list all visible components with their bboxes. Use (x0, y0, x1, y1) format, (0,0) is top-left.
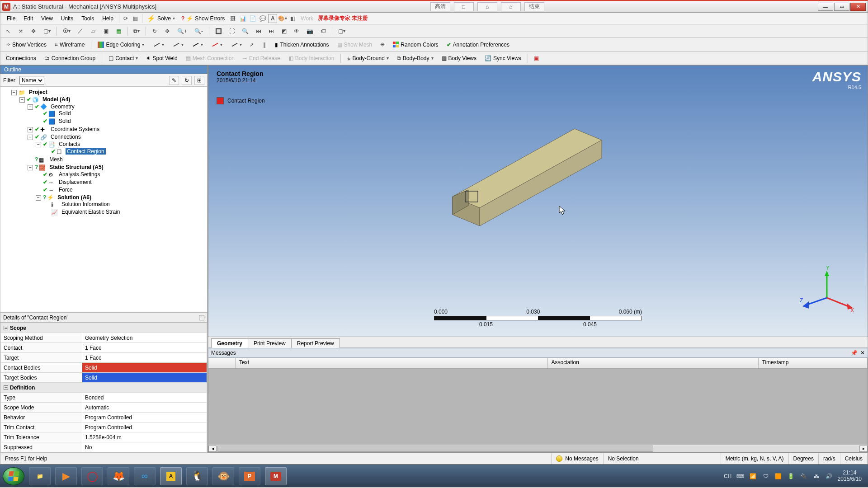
body-views-button[interactable]: ▥ Body Views (439, 53, 479, 63)
contact-button[interactable]: ◫ Contact (106, 53, 141, 63)
show-vertices-button[interactable]: ⁘ Show Vertices (3, 40, 49, 50)
tree-solution-info[interactable]: Solution Information (60, 201, 111, 207)
task-media-player[interactable]: ▶ (55, 467, 77, 485)
task-firefox[interactable]: 🦊 (108, 467, 129, 485)
tree-collapse-icon[interactable]: − (36, 142, 41, 147)
direction-arrow-icon[interactable]: ➚ (247, 40, 257, 50)
coordinate-triad[interactable]: Y X Z (800, 266, 854, 316)
connections-button[interactable]: Connections (3, 53, 39, 63)
tray-shield-icon[interactable]: 🛡 (762, 473, 770, 480)
task-emoji-app[interactable]: 🐵 (212, 467, 234, 485)
report-icon[interactable]: 📄 (248, 14, 257, 23)
tree-collapse-icon[interactable]: − (28, 135, 33, 140)
tree-project[interactable]: Project (28, 89, 49, 95)
show-errors-button[interactable]: ? ⚡ Show Errors (179, 14, 227, 23)
edge-style-1[interactable] (150, 40, 166, 50)
edge-filter-icon[interactable]: ／ (75, 26, 85, 36)
thicken-annotations-button[interactable]: ▮ Thicken Annotations (272, 40, 331, 50)
filter-clear-icon[interactable]: ✎ (169, 76, 179, 85)
menu-file[interactable]: File (3, 14, 19, 23)
extend-selection-icon[interactable]: ⧉ (131, 26, 142, 36)
select-adjacent-icon[interactable]: ⤧ (16, 26, 26, 36)
status-messages[interactable]: No Messages (552, 453, 603, 464)
tree-eq-elastic[interactable]: Equivalent Elastic Strain (60, 209, 121, 215)
tree-contact-region[interactable]: Contact Region (66, 148, 106, 155)
close-button[interactable]: ✕ (850, 3, 866, 11)
edge-style-3[interactable] (189, 40, 205, 50)
tree-coord[interactable]: Coordinate Systems (49, 126, 101, 132)
minimize-button[interactable]: — (818, 3, 833, 11)
body-ground-button[interactable]: ⏚ Body-Ground (344, 53, 391, 63)
prev-view-icon[interactable]: ⏮ (254, 26, 264, 36)
zoom-box-icon[interactable]: 🔲 (213, 26, 224, 36)
wb-icon[interactable]: ◧ (288, 14, 297, 23)
body-filter-icon[interactable]: ▣ (101, 26, 111, 36)
tree-collapse-icon[interactable]: − (36, 195, 41, 201)
details-group-scope[interactable]: Scope (10, 325, 26, 331)
tree-collapse-icon[interactable]: − (28, 104, 33, 110)
refresh-icon[interactable]: ⟳ (121, 14, 130, 23)
row-type-v[interactable]: Bonded (82, 393, 207, 403)
text-icon[interactable]: A (268, 14, 277, 23)
tray-keyboard-icon[interactable]: ⌨ (736, 473, 745, 480)
row-suppressed-v[interactable]: No (82, 442, 207, 452)
col-association[interactable]: Association (548, 358, 759, 368)
overlay-btn-hd[interactable]: 高清 (430, 2, 450, 11)
zoom-fit-icon[interactable]: ⛶ (227, 26, 237, 36)
messages-scrollbar[interactable]: ◂ ▸ (208, 444, 868, 452)
outline-tree[interactable]: −📁Project −✔🧊Model (A4) −✔🔷Geometry ✔🟦So… (0, 87, 208, 313)
tree-solid-2[interactable]: Solid (57, 118, 72, 124)
pin-icon[interactable] (199, 315, 204, 320)
sync-views-button[interactable]: 🔄 Sync Views (482, 53, 524, 63)
tab-report-preview[interactable]: Report Preview (291, 338, 340, 348)
details-group-definition[interactable]: Definition (10, 385, 35, 391)
tray-volume-icon[interactable]: 🔊 (825, 473, 833, 480)
tree-collapse-icon[interactable]: − (28, 165, 33, 170)
worksheet-icon[interactable]: ▦ (131, 14, 140, 23)
tree-geometry[interactable]: Geometry (49, 103, 76, 110)
tree-collapse-icon[interactable]: − (19, 97, 25, 103)
spot-weld-button[interactable]: ✷ Spot Weld (143, 53, 180, 63)
overlay-btn-region[interactable]: □ (454, 2, 474, 11)
palette-icon[interactable]: 🎨 (278, 14, 287, 23)
comment-icon[interactable]: 💬 (258, 14, 267, 23)
tree-force[interactable]: Force (57, 187, 74, 193)
tab-print-preview[interactable]: Print Preview (248, 338, 292, 348)
tray-app-icon[interactable]: 🟧 (774, 473, 783, 480)
menu-edit[interactable]: Edit (20, 14, 37, 23)
zoom-out-icon[interactable]: 🔍- (192, 26, 205, 36)
annotation-prefs-button[interactable]: ✔ Annotation Preferences (444, 40, 512, 50)
menu-help[interactable]: Help (99, 14, 117, 23)
col-icon[interactable] (208, 358, 236, 368)
select-cursor-icon[interactable]: ↖ (3, 26, 13, 36)
task-powerpoint[interactable]: P (239, 467, 260, 485)
task-qq[interactable]: 🐧 (186, 467, 208, 485)
scroll-left-icon[interactable]: ◂ (208, 446, 217, 452)
tree-expand-icon[interactable]: + (28, 127, 33, 132)
pan-icon[interactable]: ✥ (162, 26, 172, 36)
filter-expand-icon[interactable]: ⊞ (194, 76, 204, 85)
task-explorer[interactable]: 📁 (29, 467, 51, 485)
vertex-filter-icon[interactable]: ⦿ (61, 26, 73, 36)
messages-close-icon[interactable]: ✕ (860, 350, 865, 356)
iso-view-icon[interactable]: ◩ (279, 26, 289, 36)
tree-solid-1[interactable]: Solid (57, 110, 72, 117)
edge-style-2[interactable] (169, 40, 186, 50)
tray-network-icon[interactable]: 🖧 (812, 473, 821, 480)
row-contact-bodies-v[interactable]: Solid (82, 363, 207, 373)
body-body-button[interactable]: ⧉ Body-Body (394, 53, 436, 63)
tree-static[interactable]: Static Structural (A5) (48, 164, 104, 170)
images-icon[interactable]: 🖼 (228, 14, 237, 23)
select-mode-icon[interactable]: ▢ (41, 26, 53, 36)
chart-icon[interactable]: 📊 (238, 14, 247, 23)
edge-style-4[interactable] (208, 40, 225, 50)
tray-wifi-icon[interactable]: 📶 (749, 473, 757, 480)
tree-model[interactable]: Model (A4) (41, 96, 71, 103)
tag-icon[interactable]: 🏷 (318, 26, 328, 36)
tray-usb-icon[interactable]: 🔌 (800, 473, 808, 480)
task-opera[interactable]: ◯ (81, 467, 103, 485)
row-scoping-method-v[interactable]: Geometry Selection (82, 333, 207, 343)
messages-pin-icon[interactable]: 📌 (851, 350, 858, 356)
tree-solution[interactable]: Solution (A6) (56, 194, 93, 201)
tree-connections[interactable]: Connections (49, 134, 82, 140)
